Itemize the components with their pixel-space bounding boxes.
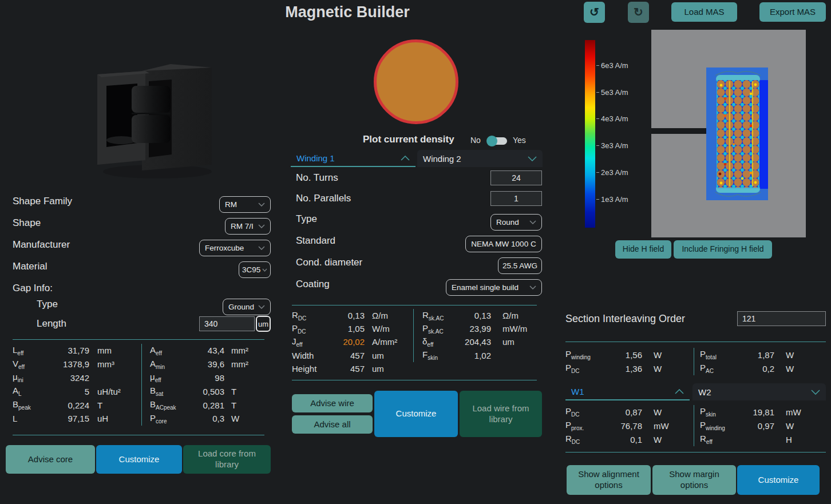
load-wire-library-button[interactable]: Load wire from library xyxy=(460,391,542,437)
param-row: Fskin1,02 xyxy=(422,349,537,362)
param-row: PAC0,2W xyxy=(700,362,822,375)
core-params-left: Leff31,79mmVeff1378,9mm³μini3242AL5uH/tu… xyxy=(13,344,141,426)
parallels-label: No. Parallels xyxy=(296,193,351,204)
chevron-up-icon xyxy=(675,389,684,394)
param-label: Pcore xyxy=(150,413,190,424)
colorbar-tick xyxy=(596,145,599,146)
gap-type-value: Ground xyxy=(228,303,254,311)
loss-summary-left: Pwinding1,56WPDC1,36W xyxy=(565,348,692,375)
parallels-input[interactable] xyxy=(490,191,542,206)
shape-dropdown[interactable]: RM 7/I xyxy=(225,218,271,235)
tab-w1[interactable]: W1 xyxy=(565,383,690,400)
param-label: Height xyxy=(292,364,327,374)
param-value: 0,224 xyxy=(52,400,89,410)
param-row: Rsk.AC0,13Ω/m xyxy=(422,309,537,322)
tab-label: Winding 1 xyxy=(296,153,335,163)
param-label: Width xyxy=(292,351,327,360)
param-label: Reff xyxy=(700,434,739,445)
divider xyxy=(292,305,537,305)
param-row: Jeff20,02A/mm² xyxy=(292,335,413,348)
tab-label: W2 xyxy=(698,387,711,397)
param-row: μini3242 xyxy=(13,371,141,385)
param-value: 23,99 xyxy=(456,324,491,334)
colorbar-label: 5e3 A/m xyxy=(601,88,628,97)
param-label: Bsat xyxy=(150,386,190,397)
core-params-right: Aeff43,4mm²Amin39,6mm²μeff98Bsat0,503TBA… xyxy=(141,344,264,426)
param-unit: W xyxy=(774,421,822,431)
interleaving-order-label: Section Interleaving Order xyxy=(565,313,685,325)
undo-button[interactable]: ↺ xyxy=(584,2,605,23)
wire-type-label: Type xyxy=(296,213,317,225)
tab-w2[interactable]: W2 xyxy=(692,383,826,400)
tab-winding-2[interactable]: Winding 2 xyxy=(417,150,543,167)
param-label: PAC xyxy=(700,363,739,374)
advise-wire-button[interactable]: Advise wire xyxy=(292,394,373,412)
param-unit: uH/tu² xyxy=(89,387,141,396)
toggle-knob xyxy=(486,136,497,146)
param-value: 457 xyxy=(327,351,365,360)
colorbar-label: 1e3 A/m xyxy=(601,195,628,204)
hide-h-field-button[interactable]: Hide H field xyxy=(615,240,671,259)
plot-current-density-toggle[interactable] xyxy=(488,137,507,145)
show-margin-options-button[interactable]: Show margin options xyxy=(652,465,736,495)
param-value: 0,503 xyxy=(190,387,224,396)
customize-section-button[interactable]: Customize xyxy=(737,465,820,495)
manufacturer-value: Ferroxcube xyxy=(205,244,244,252)
shape-label: Shape xyxy=(13,217,41,229)
param-unit: mm² xyxy=(224,346,264,355)
gap-length-input[interactable] xyxy=(199,316,255,331)
param-value: 457 xyxy=(327,364,365,374)
param-label: Pwinding xyxy=(565,349,607,360)
material-label: Material xyxy=(13,261,47,272)
manufacturer-dropdown[interactable]: Ferroxcube xyxy=(199,240,271,256)
divider xyxy=(565,342,826,342)
param-row: Psk.AC23,99mW/m xyxy=(422,322,537,335)
show-alignment-options-button[interactable]: Show alignment options xyxy=(567,465,651,495)
divider xyxy=(565,452,826,453)
param-label: Rsk.AC xyxy=(422,310,456,322)
wire-type-dropdown[interactable]: Round xyxy=(490,214,542,231)
cond-diameter-dropdown[interactable]: 25.5 AWG xyxy=(498,257,542,274)
param-row: Leff31,79mm xyxy=(13,344,141,358)
interleaving-order-input[interactable] xyxy=(737,311,826,326)
param-unit: T xyxy=(224,400,264,410)
param-row: Bsat0,503T xyxy=(150,384,264,398)
export-mas-button[interactable]: Export MAS xyxy=(759,2,826,22)
param-label: Psk.AC xyxy=(422,323,456,335)
tab-winding-1[interactable]: Winding 1 xyxy=(291,150,416,167)
include-fringing-button[interactable]: Include Fringing H field xyxy=(674,240,772,259)
advise-all-button[interactable]: Advise all xyxy=(292,415,373,434)
advise-core-button[interactable]: Advise core xyxy=(6,445,95,474)
customize-core-button[interactable]: Customize xyxy=(96,445,182,474)
plot-current-density-label: Plot current density xyxy=(363,134,454,145)
colorbar-tick xyxy=(596,65,599,66)
turns-input[interactable] xyxy=(490,170,542,185)
material-dropdown[interactable]: 3C95 xyxy=(239,261,271,278)
param-row: Bpeak0,224T xyxy=(13,398,141,412)
coating-dropdown[interactable]: Enamel single build xyxy=(446,279,542,296)
colorbar-tick xyxy=(596,172,599,173)
customize-wire-button[interactable]: Customize xyxy=(374,391,458,437)
param-value: 19,81 xyxy=(739,407,774,417)
load-core-library-button[interactable]: Load core from library xyxy=(183,445,271,474)
chevron-down-icon xyxy=(258,246,265,250)
param-label: Bpeak xyxy=(13,399,52,411)
param-unit: W xyxy=(642,435,692,445)
w1-params-left: PDC0,87WPprox.76,78mWRDC0,1W xyxy=(565,405,692,446)
param-value: 97,15 xyxy=(52,414,89,423)
param-unit: mW xyxy=(774,407,822,417)
param-unit: W xyxy=(774,350,822,360)
load-mas-button[interactable]: Load MAS xyxy=(671,2,737,22)
param-unit: mm² xyxy=(224,359,264,369)
param-label: Aeff xyxy=(150,345,190,356)
colorbar-label: 6e3 A/m xyxy=(601,61,628,70)
param-unit: mW xyxy=(642,421,692,431)
standard-label: Standard xyxy=(296,235,335,247)
shape-family-dropdown[interactable]: RM xyxy=(219,196,271,213)
redo-button[interactable]: ↻ xyxy=(628,2,649,23)
param-value: 20,02 xyxy=(327,337,365,347)
gap-type-dropdown[interactable]: Ground xyxy=(223,299,271,315)
param-row: Pwinding0,97W xyxy=(700,419,822,432)
standard-dropdown[interactable]: NEMA MW 1000 C xyxy=(465,236,542,252)
colorbar-label: 2e3 A/m xyxy=(601,168,628,177)
